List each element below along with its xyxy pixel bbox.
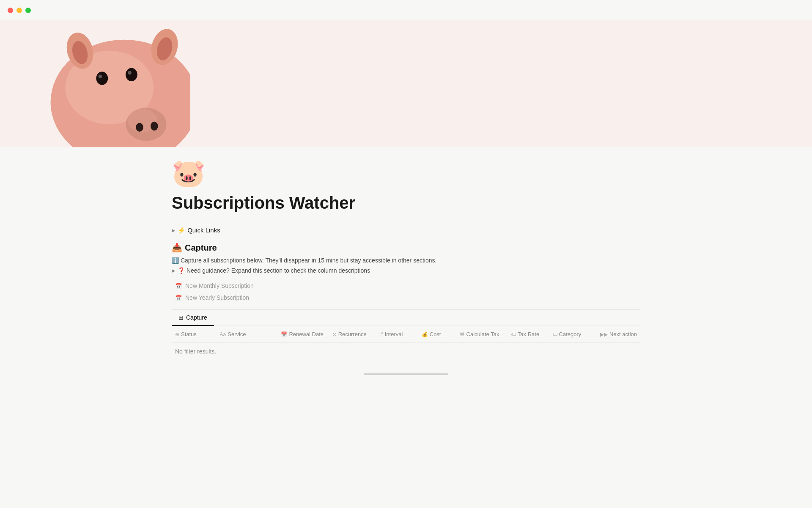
column-header-cost[interactable]: 💰 Cost	[418, 329, 456, 339]
capture-description: ℹ️ Capture all subscriptions below. They…	[172, 257, 640, 264]
svg-point-5	[151, 122, 158, 131]
calctax-col-label: Calculate Tax	[466, 331, 499, 337]
category-col-icon: 🏷	[552, 331, 557, 337]
taxrate-col-icon: 🏷	[511, 331, 516, 337]
quick-links-label: ⚡ Quick Links	[178, 226, 220, 234]
calendar-yearly-icon: 📅	[175, 295, 182, 301]
guidance-toggle[interactable]: ▶ ❓ Need guidance? Expand this section t…	[172, 267, 640, 274]
table-tab-icon: ⊞	[178, 314, 184, 321]
nextaction-col-icon: ▶▶	[600, 331, 608, 337]
cost-col-icon: 💰	[422, 331, 428, 337]
page-title: Subscriptions Watcher	[172, 193, 640, 213]
minimize-button[interactable]	[16, 8, 22, 13]
column-header-status[interactable]: ⊕ Status	[172, 329, 217, 339]
cost-col-label: Cost	[430, 331, 441, 337]
tab-row: ⊞ Capture	[172, 310, 640, 326]
calendar-monthly-icon: 📅	[175, 283, 182, 289]
capture-section-title: 📥 Capture	[172, 243, 640, 253]
renewal-col-label: Renewal Date	[289, 331, 324, 337]
svg-point-4	[136, 123, 143, 132]
recurrence-col-label: Recurrence	[338, 331, 367, 337]
column-header-interval[interactable]: # Interval	[377, 329, 418, 339]
hero-banner	[0, 20, 812, 147]
renewal-col-icon: 📅	[281, 331, 287, 337]
scroll-bar[interactable]	[364, 373, 448, 375]
capture-tab-label: Capture	[186, 314, 207, 321]
main-content: 🐷 Subscriptions Watcher ▶ ⚡ Quick Links …	[0, 0, 812, 375]
svg-point-6	[96, 72, 108, 85]
svg-point-7	[99, 75, 102, 78]
interval-col-icon: #	[380, 331, 383, 337]
svg-point-8	[126, 68, 137, 81]
service-col-icon: Aa	[220, 331, 226, 337]
interval-col-label: Interval	[385, 331, 403, 337]
new-monthly-subscription-button[interactable]: 📅 New Monthly Subscription	[172, 281, 257, 291]
no-results-message: No filter results.	[172, 343, 640, 360]
toggle-arrow-icon: ▶	[172, 228, 175, 233]
calctax-col-icon: 🏛	[460, 331, 465, 337]
titlebar	[0, 0, 812, 20]
close-button[interactable]	[8, 8, 13, 13]
guidance-arrow-icon: ▶	[172, 268, 175, 273]
nextaction-col-label: Next action	[609, 331, 637, 337]
svg-point-9	[128, 71, 132, 75]
piggy-bank-illustration	[21, 20, 190, 147]
status-col-icon: ⊕	[175, 331, 179, 337]
capture-icon: 📥	[172, 243, 182, 253]
quick-links-toggle[interactable]: ▶ ⚡ Quick Links	[172, 226, 640, 234]
yearly-btn-label: New Yearly Subscription	[185, 294, 249, 301]
capture-title-text: Capture	[185, 243, 217, 253]
recurrence-col-icon: ⊙	[332, 331, 337, 337]
category-col-label: Category	[559, 331, 582, 337]
column-header-recurrence[interactable]: ⊙ Recurrence	[329, 329, 377, 339]
column-header-calculate-tax[interactable]: 🏛 Calculate Tax	[456, 329, 508, 339]
capture-table-section: ⊞ Capture ⊕ Status Aa Service 📅 Renewal …	[172, 310, 640, 360]
capture-tab[interactable]: ⊞ Capture	[172, 310, 214, 326]
table-headers: ⊕ Status Aa Service 📅 Renewal Date ⊙ Rec…	[172, 326, 640, 343]
scroll-indicator	[172, 373, 640, 375]
new-yearly-subscription-button[interactable]: 📅 New Yearly Subscription	[172, 293, 252, 303]
taxrate-col-label: Tax Rate	[518, 331, 539, 337]
status-col-label: Status	[181, 331, 197, 337]
column-header-tax-rate[interactable]: 🏷 Tax Rate	[508, 329, 549, 339]
capture-section: 📥 Capture ℹ️ Capture all subscriptions b…	[172, 243, 640, 310]
column-header-next-action[interactable]: ▶▶ Next action	[597, 329, 640, 339]
monthly-btn-label: New Monthly Subscription	[185, 282, 254, 289]
column-header-service[interactable]: Aa Service	[217, 329, 278, 339]
column-header-category[interactable]: 🏷 Category	[549, 329, 597, 339]
column-header-renewal-date[interactable]: 📅 Renewal Date	[277, 329, 329, 339]
page-body: 🐷 Subscriptions Watcher ▶ ⚡ Quick Links …	[131, 157, 681, 375]
page-icon: 🐷	[172, 157, 640, 189]
maximize-button[interactable]	[25, 8, 31, 13]
guidance-label: ❓ Need guidance? Expand this section to …	[178, 267, 370, 274]
service-col-label: Service	[228, 331, 246, 337]
